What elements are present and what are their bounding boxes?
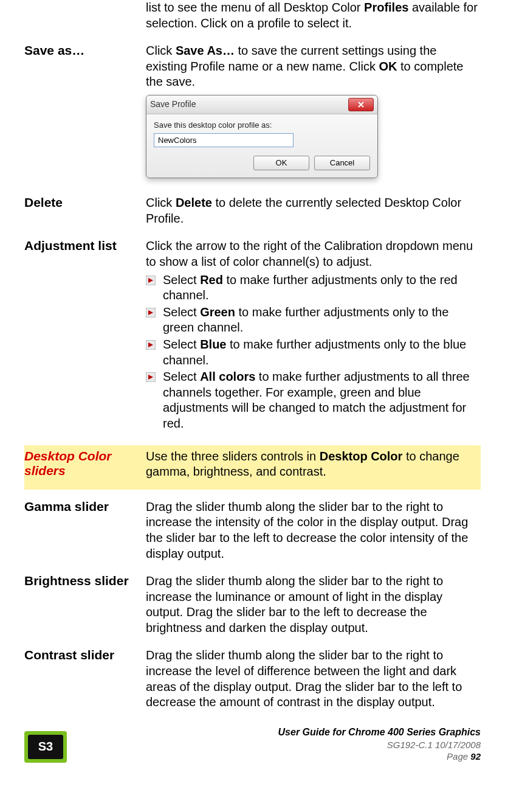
adjustment-desc: Click the arrow to the right of the Cali…: [146, 238, 481, 432]
list-item: Select Green to make further adjustments…: [146, 305, 481, 336]
close-icon: [358, 102, 364, 108]
arrow-bullet-icon: [146, 340, 156, 350]
sliders-header-desc: Use the three sliders controls in Deskto…: [146, 449, 481, 480]
footer-title: User Guide for Chrome 400 Series Graphic…: [74, 726, 481, 739]
footer-docinfo: SG192-C.1 10/17/2008: [74, 739, 481, 751]
delete-desc: Click Delete to delete the currently sel…: [146, 195, 481, 226]
bold: OK: [379, 60, 397, 73]
dialog-titlebar: Save Profile: [146, 95, 377, 114]
save-profile-dialog: Save Profile Save this desktop color pro…: [146, 95, 378, 178]
s3-logo-text: S3: [28, 735, 63, 759]
gamma-desc: Drag the slider thumb along the slider b…: [146, 499, 481, 561]
text: Click: [146, 196, 176, 209]
page-footer: S3 User Guide for Chrome 400 Series Grap…: [0, 723, 505, 769]
list-item-text: Select Blue to make further adjustments …: [163, 337, 481, 368]
cancel-button[interactable]: Cancel: [314, 156, 370, 171]
bold: Desktop Color: [320, 449, 403, 463]
list-item-text: Select Red to make further adjustments o…: [163, 272, 481, 304]
dialog-label: Save this desktop color profile as:: [154, 120, 370, 131]
term-empty: [24, 0, 146, 31]
save-as-desc: Click Save As… to save the current setti…: [146, 43, 481, 183]
close-button[interactable]: [348, 98, 374, 111]
contrast-desc: Drag the slider thumb along the slider b…: [146, 648, 481, 710]
brightness-desc: Drag the slider thumb along the slider b…: [146, 574, 481, 636]
text: Use the three sliders controls in: [146, 449, 320, 463]
list-item: Select All colors to make further adjust…: [146, 369, 481, 431]
list-item-text: Select Green to make further adjustments…: [163, 305, 481, 336]
text: Click: [146, 44, 176, 57]
list-item: Select Blue to make further adjustments …: [146, 337, 481, 368]
footer-page: Page 92: [74, 751, 481, 763]
term-adjustment-list: Adjustment list: [24, 238, 146, 432]
page-label: Page: [447, 751, 470, 762]
bold: Save As…: [176, 44, 235, 57]
arrow-bullet-icon: [146, 276, 156, 285]
text: list to see the menu of all Desktop Colo…: [146, 1, 364, 14]
list-item: Select Red to make further adjustments o…: [146, 272, 481, 304]
ok-button[interactable]: OK: [253, 156, 309, 171]
profile-name-input[interactable]: [154, 133, 294, 147]
adjustment-intro: Click the arrow to the right of the Cali…: [146, 238, 481, 269]
term-brightness-slider: Brightness slider: [24, 574, 146, 636]
term-contrast-slider: Contrast slider: [24, 648, 146, 710]
page-number: 92: [470, 751, 481, 762]
term-save-as: Save as…: [24, 43, 146, 183]
dialog-title: Save Profile: [150, 99, 348, 110]
term-delete: Delete: [24, 195, 146, 226]
arrow-bullet-icon: [146, 308, 156, 318]
profiles-desc: list to see the menu of all Desktop Colo…: [146, 0, 481, 31]
arrow-bullet-icon: [146, 372, 156, 382]
bold: Delete: [176, 196, 212, 209]
term-gamma-slider: Gamma slider: [24, 499, 146, 561]
bold: Profiles: [364, 1, 408, 14]
section-header-sliders: Desktop Color sliders Use the three slid…: [24, 445, 481, 490]
s3-logo: S3: [24, 731, 67, 763]
list-item-text: Select All colors to make further adjust…: [163, 369, 481, 431]
term-desktop-color-sliders: Desktop Color sliders: [24, 449, 146, 480]
